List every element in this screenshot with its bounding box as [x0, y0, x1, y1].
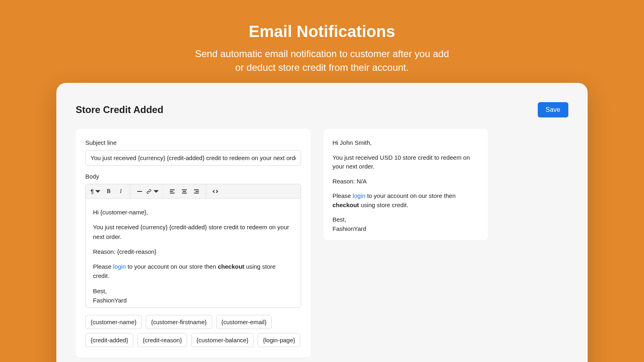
- hero-title: Email Notifications: [0, 23, 644, 41]
- hero: Email Notifications Send automatic email…: [0, 0, 644, 74]
- align-center-button[interactable]: [178, 186, 190, 197]
- svg-rect-1: [170, 189, 175, 190]
- hr-button[interactable]: [134, 186, 146, 197]
- svg-rect-7: [194, 189, 199, 190]
- preview-login: Please login to your account on our stor…: [332, 191, 479, 210]
- svg-rect-9: [194, 193, 199, 193]
- hero-subtitle-line1: Send automatic email notification to cus…: [195, 48, 449, 59]
- rich-text-editor: ¶ B I: [85, 184, 301, 308]
- body-line-greeting: Hi {customer-name},: [93, 208, 293, 217]
- subject-input[interactable]: [85, 150, 301, 166]
- svg-rect-6: [182, 193, 187, 193]
- rte-toolbar: ¶ B I: [86, 184, 301, 199]
- hero-subtitle-line2: or deduct store credit from their accoun…: [235, 62, 409, 73]
- preview-signoff: Best, FashionYard: [332, 215, 479, 233]
- align-left-button[interactable]: [166, 186, 178, 197]
- rte-content[interactable]: Hi {customer-name}, You just received {c…: [86, 199, 301, 307]
- panel-header: Store Credit Added Save: [76, 102, 568, 117]
- code-view-button[interactable]: [209, 186, 221, 197]
- hero-subtitle: Send automatic email notification to cus…: [0, 47, 644, 74]
- token-customer-balance[interactable]: {customer-balance}: [191, 333, 254, 347]
- preview-card: Hi John Smith, You just received USD 10 …: [324, 129, 488, 241]
- body-line-signoff: Best, FashionYard: [93, 286, 293, 305]
- preview-reason: Reason: N/A: [332, 177, 479, 186]
- panel-title: Store Credit Added: [76, 104, 163, 115]
- paragraph-style-dropdown[interactable]: ¶: [89, 186, 103, 197]
- token-credit-added[interactable]: {credit-added}: [85, 333, 133, 347]
- body-line-reason: Reason: {credit-reason}: [93, 247, 293, 256]
- body-line-login: Please login to your account on our stor…: [93, 262, 293, 281]
- token-login-page[interactable]: {login-page}: [258, 333, 300, 347]
- preview-login-link[interactable]: login: [353, 192, 365, 199]
- body-line-received: You just received {currency} {credit-add…: [93, 222, 293, 241]
- login-link[interactable]: login: [113, 263, 126, 270]
- svg-rect-8: [196, 191, 199, 192]
- italic-button[interactable]: I: [115, 186, 127, 197]
- settings-panel: Store Credit Added Save Subject line Bod…: [56, 83, 588, 362]
- editor-column: Subject line Body ¶ B I: [76, 129, 311, 358]
- token-customer-firstname[interactable]: {customer-firstname}: [146, 315, 212, 329]
- token-credit-reason[interactable]: {credit-reason}: [137, 333, 187, 347]
- svg-rect-3: [170, 193, 175, 193]
- body-label: Body: [85, 173, 301, 180]
- align-right-button[interactable]: [190, 186, 202, 197]
- preview-greeting: Hi John Smith,: [332, 138, 479, 148]
- link-dropdown[interactable]: [146, 186, 159, 197]
- save-button[interactable]: Save: [538, 102, 568, 117]
- bold-button[interactable]: B: [103, 186, 115, 197]
- columns: Subject line Body ¶ B I: [76, 129, 568, 358]
- svg-rect-2: [170, 191, 173, 192]
- svg-rect-0: [137, 191, 142, 192]
- token-list: {customer-name} {customer-firstname} {cu…: [85, 315, 301, 347]
- svg-rect-5: [183, 191, 186, 192]
- subject-label: Subject line: [85, 139, 301, 146]
- editor-card: Subject line Body ¶ B I: [76, 129, 311, 358]
- token-customer-name[interactable]: {customer-name}: [85, 315, 142, 329]
- preview-received: You just received USD 10 store credit to…: [332, 153, 479, 171]
- token-customer-email[interactable]: {customer-email}: [216, 315, 272, 329]
- svg-rect-4: [182, 189, 187, 190]
